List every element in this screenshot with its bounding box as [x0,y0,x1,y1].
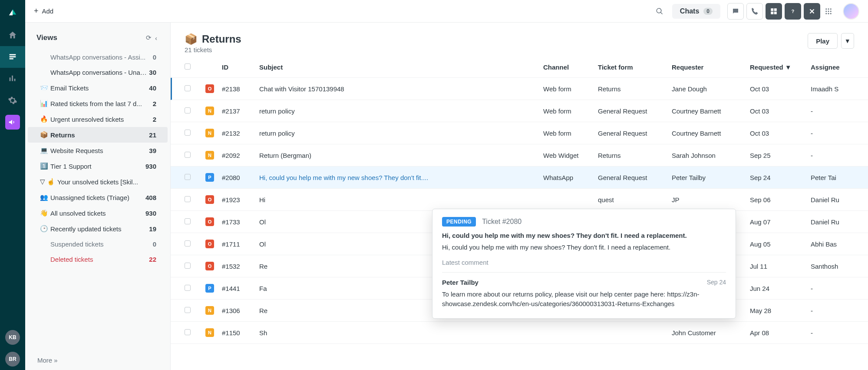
select-all-checkbox[interactable] [185,63,191,70]
col-subject[interactable]: Subject [259,63,543,71]
nav-admin[interactable] [0,90,25,111]
col-id[interactable]: ID [222,63,259,71]
nav-views[interactable] [0,46,25,68]
view-label: Your unsolved tickets [Skil... [57,178,156,186]
sidebar-view-item[interactable]: 👋All unsolved tickets930 [28,205,168,221]
sidebar-view-item[interactable]: Suspended tickets0 [28,237,168,252]
phone-icon[interactable] [746,3,763,20]
table-row[interactable]: N#2137return policyWeb formGeneral Reque… [171,100,868,122]
apps-launcher-icon[interactable] [820,3,837,20]
ticket-assignee: - [811,130,854,137]
status-badge: O [205,262,214,270]
search-icon[interactable] [651,3,668,20]
refresh-icon[interactable]: ⟳ [144,32,153,43]
table-row[interactable]: O#2138Chat with Visitor 1570139948Web fo… [171,78,868,100]
ticket-requested: Sep 25 [750,152,811,159]
table-row[interactable]: N#2092Return (Bergman)Web WidgetReturnsS… [171,144,868,167]
row-checkbox[interactable] [185,152,191,158]
status-tag: PENDING [442,217,476,227]
profile-avatar[interactable] [843,3,859,20]
table-row[interactable]: N#2132return policyWeb formGeneral Reque… [171,122,868,144]
row-checkbox[interactable] [185,85,191,91]
ticket-channel: Web form [543,130,598,137]
ticket-requested: May 28 [750,307,811,314]
row-checkbox[interactable] [185,218,191,224]
close-tab-icon[interactable] [804,3,820,20]
ticket-assignee: Peter Tai [811,174,854,181]
status-badge: P [205,173,214,182]
row-checkbox[interactable] [185,107,191,113]
col-requester[interactable]: Requester [672,63,750,71]
help-icon[interactable]: ? [785,3,801,20]
sidebar-view-item[interactable]: 📨Email Tickets40 [28,80,168,96]
collapse-icon[interactable]: ‹ [153,33,159,43]
comment-body: To learn more about our returns policy, … [442,290,726,309]
row-checkbox[interactable] [185,329,191,335]
view-label: Email Tickets [50,84,149,92]
workspace-badge-br[interactable]: BR [5,352,20,367]
conversations-icon[interactable] [727,3,744,20]
ticket-assignee: - [811,152,854,159]
col-form[interactable]: Ticket form [598,63,672,71]
ticket-form: General Request [598,130,672,137]
ticket-preview-popover: PENDING Ticket #2080 Hi, could you help … [432,209,736,319]
col-assignee[interactable]: Assignee [811,63,854,71]
ticket-channel: Web form [543,85,598,93]
sidebar-view-item[interactable]: ▽ ☝️Your unsolved tickets [Skil... [28,174,168,190]
svg-text:?: ? [792,8,794,13]
status-badge: O [205,217,214,226]
view-label: WhatsApp conversations - Assi... [50,53,153,61]
ticket-assignee: Imaadh S [811,85,854,93]
sidebar-view-item[interactable]: 👥Unassigned tickets (Triage)408 [28,190,168,205]
sidebar-view-item[interactable]: 1️⃣Tier 1 Support930 [28,158,168,174]
chats-count-badge: 0 [703,8,713,15]
status-badge: P [205,284,214,293]
nav-reporting[interactable] [0,68,25,90]
ticket-id: #1733 [222,218,259,226]
row-checkbox[interactable] [185,240,191,247]
ticket-id: #1441 [222,285,259,292]
ticket-assignee: - [811,329,854,337]
latest-comment-label: Latest comment [442,259,726,273]
view-label: WhatsApp conversations - Unass... [50,69,149,76]
ticket-form: Returns [598,152,672,159]
row-checkbox[interactable] [185,263,191,269]
nav-home[interactable] [0,24,25,46]
sidebar-view-item[interactable]: WhatsApp conversations - Unass...30 [28,65,168,80]
sidebar-view-item[interactable]: 📊Rated tickets from the last 7 d...2 [28,96,168,111]
status-badge: N [205,151,214,160]
plus-icon: + [34,7,39,16]
more-views-link[interactable]: More » [25,350,170,370]
row-checkbox[interactable] [185,196,191,202]
play-button[interactable]: Play [808,33,838,49]
table-row[interactable]: P#2080Hi, could you help me with my new … [171,167,868,189]
ticket-form: quest [598,196,672,203]
sidebar-view-item[interactable]: 🔥Urgent unresolved tickets2 [28,111,168,127]
chats-button[interactable]: Chats 0 [672,4,720,19]
sidebar-view-item[interactable]: Deleted tickets22 [28,252,168,267]
sidebar-view-item[interactable]: 💻Website Requests39 [28,143,168,158]
row-checkbox[interactable] [185,285,191,291]
sidebar-view-item[interactable]: 📦Returns21 [28,127,168,143]
add-button[interactable]: + Add [34,7,53,16]
row-checkbox[interactable] [185,174,191,180]
row-checkbox[interactable] [185,307,191,313]
row-checkbox[interactable] [185,130,191,136]
play-menu-button[interactable]: ▾ [841,33,854,49]
svg-point-5 [825,10,827,12]
table-row[interactable]: N#1150ShJohn CustomerApr 08- [171,322,868,344]
sidebar-view-item[interactable]: 🕑Recently updated tickets19 [28,221,168,237]
col-channel[interactable]: Channel [543,63,598,71]
ticket-form: General Request [598,107,672,115]
col-requested[interactable]: Requested ▼ [750,63,811,71]
ticket-form: General Request [598,174,672,181]
nav-marketing[interactable] [0,111,25,133]
app-grid-icon[interactable] [766,3,782,20]
ticket-id: #1711 [222,240,259,248]
product-logo[interactable] [0,0,25,24]
table-row[interactable]: O#1923HiquestJPSep 06Daniel Ru [171,189,868,211]
sidebar-view-item[interactable]: WhatsApp conversations - Assi...0 [28,50,168,65]
view-label: Tier 1 Support [50,163,145,170]
workspace-badge-kb[interactable]: KB [5,330,20,345]
ticket-subject: Hi [259,196,543,203]
